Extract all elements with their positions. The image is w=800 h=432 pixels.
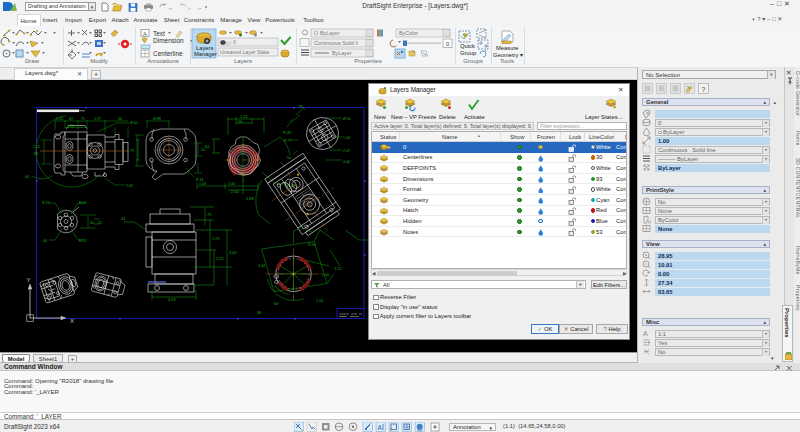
svg-text:Ø.88: Ø.88	[153, 117, 161, 121]
svg-text:2.47: 2.47	[343, 149, 350, 153]
svg-text:2.62: 2.62	[126, 184, 133, 188]
svg-text:Text: Text	[153, 29, 165, 36]
svg-text:R.12: R.12	[79, 239, 87, 243]
svg-text:1.00: 1.00	[322, 273, 329, 277]
svg-text:Ø.50: Ø.50	[343, 117, 351, 121]
svg-text:1.75: 1.75	[127, 149, 134, 153]
svg-text:.50: .50	[89, 221, 94, 225]
svg-text:.50: .50	[286, 156, 291, 160]
svg-text:.25: .25	[97, 221, 102, 225]
svg-text:1.00: 1.00	[199, 182, 206, 186]
svg-text:X: X	[70, 318, 74, 324]
svg-text:1.12: 1.12	[334, 266, 343, 271]
svg-text:R.50: R.50	[308, 243, 316, 247]
svg-text:1.44: 1.44	[343, 136, 350, 140]
svg-text:2.25: 2.25	[216, 256, 225, 261]
svg-text:1.50: 1.50	[316, 299, 323, 303]
svg-text:1.12: 1.12	[33, 145, 40, 149]
svg-text:1.50: 1.50	[67, 124, 74, 128]
svg-text:Manager: Manager	[194, 51, 217, 57]
svg-text:0: 0	[233, 39, 236, 45]
svg-text:Measure: Measure	[496, 45, 519, 51]
svg-text:R.77: R.77	[284, 139, 292, 143]
svg-text:0: 0	[446, 40, 449, 46]
svg-text:Quick: Quick	[460, 43, 475, 49]
svg-text:.44: .44	[24, 175, 29, 179]
svg-text:2.00: 2.00	[228, 182, 235, 186]
svg-text:3.44: 3.44	[258, 264, 265, 268]
svg-text:1.97: 1.97	[94, 117, 101, 121]
svg-text:R.19: R.19	[42, 201, 50, 205]
svg-text:Geometry ▾: Geometry ▾	[493, 52, 523, 58]
svg-text:Layers: Layers	[196, 44, 214, 50]
svg-text:2.88: 2.88	[246, 196, 255, 201]
svg-text:ByColor: ByColor	[399, 30, 418, 36]
svg-text:1.25: 1.25	[212, 236, 221, 241]
svg-text:R.06: R.06	[79, 201, 87, 205]
svg-text:⚫△○: ⚫△○	[220, 39, 232, 46]
svg-text:ByLayer: ByLayer	[320, 30, 340, 36]
svg-text:.50: .50	[117, 117, 122, 121]
svg-text:.31: .31	[120, 216, 126, 221]
svg-text:Activate: Activate	[464, 114, 485, 120]
svg-text:New – VP Freeze: New – VP Freeze	[391, 114, 436, 120]
svg-text:A: A	[378, 423, 383, 430]
svg-text:60°: 60°	[274, 302, 280, 306]
svg-text:Unsaved Layer State: Unsaved Layer State	[220, 49, 270, 55]
svg-text:.75: .75	[297, 105, 302, 109]
svg-text:3.00: 3.00	[229, 250, 238, 255]
svg-text:.44: .44	[42, 239, 47, 243]
svg-text:Group: Group	[460, 50, 476, 56]
svg-text:Dimension: Dimension	[153, 36, 184, 43]
svg-text:.75: .75	[80, 117, 85, 121]
svg-text:.62: .62	[204, 144, 210, 149]
svg-text:Y: Y	[27, 277, 31, 283]
svg-text:.38: .38	[256, 311, 261, 315]
svg-text:.88: .88	[33, 152, 38, 156]
svg-text:.56: .56	[237, 119, 243, 124]
svg-text:Ø.62: Ø.62	[130, 121, 138, 125]
svg-text:4.09: 4.09	[168, 297, 177, 302]
svg-text:1.25: 1.25	[56, 117, 63, 121]
svg-text:A: A	[143, 30, 147, 36]
svg-text:Continuous Solid li: Continuous Solid li	[314, 40, 358, 46]
svg-text:New: New	[374, 114, 386, 120]
svg-text:R.31: R.31	[283, 130, 292, 135]
svg-text:A: A	[643, 330, 648, 337]
svg-text:2.50: 2.50	[231, 189, 240, 194]
svg-text:Centerline: Centerline	[153, 50, 183, 57]
svg-text:?: ?	[702, 86, 706, 93]
svg-text:.75: .75	[206, 212, 212, 217]
svg-text:.62: .62	[68, 117, 73, 121]
svg-text:Layer States...: Layer States...	[585, 114, 623, 120]
svg-text:4.44: 4.44	[343, 160, 350, 164]
svg-text:ByLayer: ByLayer	[332, 50, 352, 56]
svg-text:Delete: Delete	[439, 114, 456, 120]
